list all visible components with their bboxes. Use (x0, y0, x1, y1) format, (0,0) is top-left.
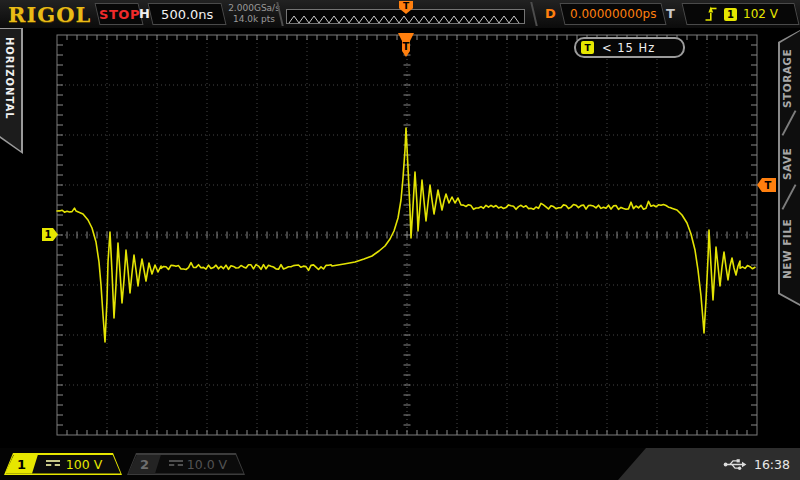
channel1-scale: 100 V (56, 453, 112, 475)
system-status-panel: 16:38 (618, 448, 800, 480)
topbar-divider (530, 2, 538, 26)
waveform-display-area (0, 28, 800, 448)
softkey-menu-bg: STORAGE SAVE NEW FILE (780, 30, 800, 304)
run-state-text: STOP (99, 7, 140, 22)
horizontal-menu-tab-bg: HORIZONTAL (0, 29, 21, 151)
sample-rate: 2.000GSa/s (224, 3, 284, 14)
horizontal-menu-tab[interactable]: HORIZONTAL (0, 28, 23, 154)
frequency-value: < 15 Hz (602, 41, 655, 55)
oscilloscope-screen: T 1 T T < 15 Hz RIGOL STOP H 500.0ns 2.0… (0, 0, 800, 480)
delay-value: 0.00000000ps (570, 7, 656, 21)
brand-logo: RIGOL (8, 2, 91, 27)
timebase-indicator[interactable]: 500.0ns (147, 3, 226, 25)
delay-value-indicator[interactable]: 0.00000000ps (559, 3, 666, 25)
trigger-level-value: 102 V (743, 7, 778, 21)
memory-depth: 14.0k pts (224, 14, 284, 25)
delay-label: D (545, 6, 556, 21)
trigger-chip: T (581, 41, 594, 54)
menu-item-storage[interactable]: STORAGE (781, 40, 798, 116)
menu-item-new-file[interactable]: NEW FILE (781, 208, 798, 290)
bottom-status-bar: 1 100 V 2 10.0 V 16:38 (0, 448, 800, 480)
trigger-settings-indicator[interactable]: 1 102 V (681, 3, 799, 25)
channel2-scale: 10.0 V (179, 453, 235, 475)
run-state-indicator[interactable]: STOP (94, 3, 143, 25)
frequency-counter-badge: T < 15 Hz (574, 37, 685, 58)
channel1-status[interactable]: 1 100 V (4, 453, 122, 475)
timebase-value: 500.0ns (161, 7, 213, 22)
memory-waveform-icon (287, 12, 524, 25)
trigger-system-label: T (666, 6, 675, 21)
rising-edge-icon (704, 5, 718, 23)
top-info-bar: RIGOL STOP H 500.0ns 2.000GSa/s 14.0k pt… (0, 0, 800, 28)
trigger-source-badge: 1 (724, 8, 737, 21)
horizontal-menu-label: HORIZONTAL (4, 37, 15, 120)
softkey-menu: STORAGE SAVE NEW FILE (778, 28, 800, 306)
usb-icon (723, 458, 747, 471)
acquisition-info: 2.000GSa/s 14.0k pts (224, 3, 284, 25)
clock: 16:38 (754, 457, 790, 472)
channel2-status[interactable]: 2 10.0 V (127, 453, 245, 475)
